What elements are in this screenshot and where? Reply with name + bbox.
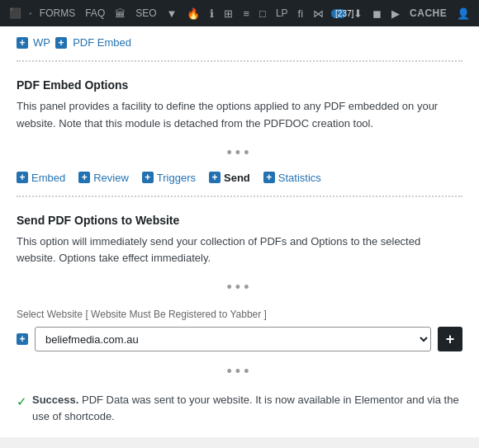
- toolbar: ⬛ • FORMS FAQ 🏛 SEO ▼ 🔥 ℹ ⊞ ≡ □ LP fi ⋈ …: [0, 0, 479, 26]
- wp-plus-icon: +: [17, 37, 28, 49]
- toolbar-download-icon[interactable]: ⬇: [351, 7, 365, 20]
- toolbar-fi-icon[interactable]: fi: [296, 7, 306, 20]
- tab-embed-label: Embed: [31, 172, 65, 184]
- pdf-options-section: PDF Embed Options This panel provides a …: [0, 67, 479, 141]
- tab-send-label: Send: [224, 172, 250, 184]
- toolbar-box-icon[interactable]: ◼: [370, 7, 384, 20]
- send-pdf-section: Send PDF Options to Website This option …: [0, 202, 479, 276]
- select-website-section: Select Website [ Website Must Be Registe…: [0, 299, 479, 360]
- pdf-options-desc: This panel provides a facility to define…: [17, 98, 462, 133]
- select-website-label: Select Website [ Website Must Be Registe…: [17, 308, 462, 320]
- tab-send-icon: +: [209, 172, 221, 183]
- tab-send[interactable]: + Send: [209, 172, 250, 184]
- tab-embed[interactable]: + Embed: [17, 172, 65, 184]
- tab-triggers-icon: +: [142, 172, 154, 183]
- send-pdf-desc: This option will immediately send your c…: [17, 233, 462, 268]
- toolbar-faq[interactable]: FAQ: [83, 7, 107, 19]
- breadcrumb-plus-icon: +: [55, 37, 67, 49]
- dotted-separator-2: [17, 196, 462, 197]
- tab-triggers[interactable]: + Triggers: [142, 172, 196, 184]
- breadcrumb: + WP + PDF Embed: [0, 26, 479, 55]
- tab-statistics-icon: +: [263, 172, 275, 183]
- toolbar-list-icon[interactable]: ≡: [240, 7, 252, 20]
- breadcrumb-pdf-embed[interactable]: + PDF Embed: [55, 36, 131, 49]
- success-section: ✓ Success. PDF Data was sent to your web…: [0, 384, 479, 437]
- tab-statistics[interactable]: + Statistics: [263, 172, 321, 184]
- toolbar-seo[interactable]: SEO: [133, 7, 159, 19]
- tab-embed-icon: +: [17, 172, 28, 183]
- dots-separator-2: •••: [0, 276, 479, 299]
- success-message: ✓ Success. PDF Data was sent to your web…: [17, 392, 462, 424]
- toolbar-sep-1: •: [29, 8, 32, 18]
- tab-review-icon: +: [78, 172, 90, 183]
- toolbar-cache-label[interactable]: CACHE: [407, 7, 449, 19]
- main-content: + WP + PDF Embed PDF Embed Options This …: [0, 26, 479, 437]
- select-row: + beliefmedia.com.au +: [17, 327, 462, 351]
- select-wrapper: beliefmedia.com.au: [35, 327, 431, 351]
- tabs-row: + Embed + Review + Triggers + Send + Sta…: [0, 165, 479, 191]
- pdf-options-title: PDF Embed Options: [17, 78, 462, 92]
- tab-statistics-label: Statistics: [278, 172, 321, 184]
- toolbar-info-icon[interactable]: ℹ: [207, 7, 216, 20]
- dotted-separator-1: [17, 60, 462, 62]
- add-website-button[interactable]: +: [438, 327, 462, 351]
- tab-review-label: Review: [93, 172, 129, 184]
- toolbar-square-icon[interactable]: □: [257, 7, 268, 20]
- select-plus-icon: +: [17, 333, 28, 345]
- dots-separator-3: •••: [0, 360, 479, 384]
- toolbar-pillar-icon[interactable]: 🏛: [112, 7, 128, 20]
- toolbar-count-badge[interactable]: [237]: [331, 9, 346, 18]
- select-website-note: [ Website Must Be Registered to Yabber ]: [85, 309, 266, 320]
- toolbar-lp[interactable]: LP: [273, 7, 291, 19]
- toolbar-wp-icon[interactable]: ⬛: [7, 7, 24, 19]
- website-select[interactable]: beliefmedia.com.au: [35, 327, 431, 351]
- toolbar-filter-icon[interactable]: ▼: [164, 7, 180, 20]
- toolbar-user-icon[interactable]: 👤: [454, 7, 472, 20]
- breadcrumb-wp[interactable]: WP: [33, 36, 50, 49]
- tab-review[interactable]: + Review: [78, 172, 129, 184]
- toolbar-grid-icon[interactable]: ⊞: [221, 7, 235, 20]
- toolbar-forms[interactable]: FORMS: [37, 7, 78, 19]
- checkmark-icon: ✓: [17, 393, 27, 412]
- toolbar-fire-icon[interactable]: 🔥: [184, 7, 202, 20]
- dots-separator-1: •••: [0, 141, 479, 165]
- toolbar-share-icon[interactable]: ⋈: [311, 7, 326, 20]
- success-text: Success. PDF Data was sent to your websi…: [32, 392, 462, 424]
- tab-triggers-label: Triggers: [157, 172, 196, 184]
- send-pdf-title: Send PDF Options to Website: [17, 214, 462, 227]
- toolbar-video-icon[interactable]: ▶: [389, 7, 402, 20]
